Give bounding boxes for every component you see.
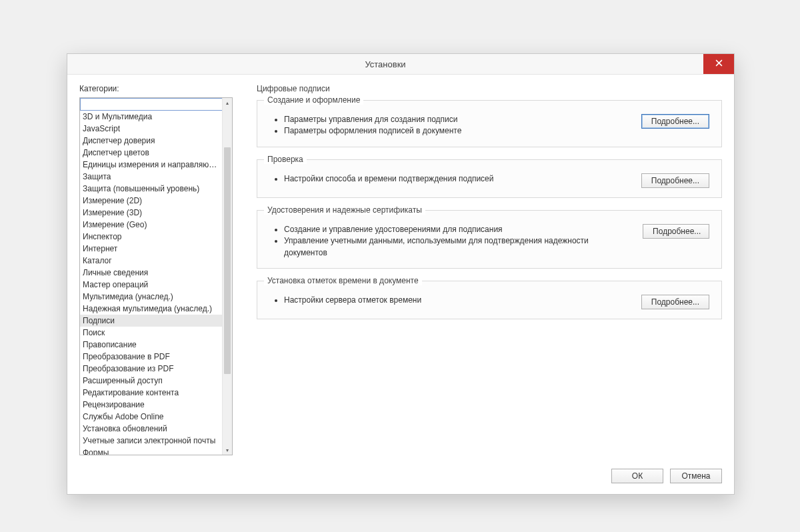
group-box: Установка отметок времени в документеНас… [257,281,722,319]
group-bullets: Настройки сервера отметок времени [269,295,421,306]
ok-button[interactable]: ОК [611,469,663,483]
category-item[interactable]: Надежная мультимедиа (унаслед.) [80,303,223,315]
categories-label: Категории: [79,84,233,93]
group-label: Создание и оформление [264,95,363,105]
group-bullet: Создание и управление удостоверениями дл… [284,224,623,235]
more-button[interactable]: Подробнее... [641,295,709,309]
dialog-title: Установки [67,59,703,69]
category-item[interactable]: Установка обновлений [80,423,223,435]
main-panel: Цифровые подписи Создание и оформлениеПа… [257,84,722,455]
group-bullets: Параметры управления для создания подпис… [269,114,461,137]
category-item[interactable]: Интернет [80,243,223,255]
category-item[interactable]: Инспектор [80,231,223,243]
categories-scrollbar[interactable]: ▴ ▾ [222,98,232,455]
group-box: Создание и оформлениеПараметры управлени… [257,100,722,147]
group-label: Проверка [264,155,307,164]
category-item[interactable]: Диспетчер цветов [80,147,223,159]
titlebar: Установки [67,54,734,75]
category-item[interactable]: Рецензирование [80,399,223,411]
more-button[interactable]: Подробнее... [643,224,709,239]
group-bullet: Управление учетными данными, используемы… [284,235,623,259]
category-item[interactable]: Каталог [80,255,223,267]
category-item[interactable]: Измерение (2D) [80,195,223,207]
category-item[interactable]: Мастер операций [80,279,223,291]
scroll-down-arrow-icon[interactable]: ▾ [223,445,232,455]
categories-scroll-area: 3D и МультимедиаJavaScriptДиспетчер дове… [80,98,223,455]
group-content: Параметры управления для создания подпис… [269,114,709,137]
category-item[interactable]: Защита (повышенный уровень) [80,183,223,195]
group-content: Настройки сервера отметок времениПодробн… [269,295,709,309]
group-bullets: Создание и управление удостоверениями дл… [269,224,623,259]
more-button[interactable]: Подробнее... [641,114,709,129]
categories-search-input[interactable] [80,98,223,111]
dialog-footer: ОК Отмена [67,462,734,494]
category-item[interactable]: Службы Adobe Online [80,411,223,423]
category-item[interactable]: Преобразование из PDF [80,363,223,375]
category-item[interactable]: Диспетчер доверия [80,135,223,147]
group-box: Удостоверения и надежные сертификатыСозд… [257,210,722,269]
close-button[interactable] [703,54,734,74]
group-bullet: Параметры оформления подписей в документ… [284,125,461,137]
more-button[interactable]: Подробнее... [641,173,709,188]
cancel-button[interactable]: Отмена [670,469,722,483]
group-content: Создание и управление удостоверениями дл… [269,224,709,259]
dialog-body: Категории: 3D и МультимедиаJavaScriptДис… [67,75,734,462]
sidebar: Категории: 3D и МультимедиаJavaScriptДис… [79,84,233,455]
category-item[interactable]: Защита [80,171,223,183]
group-label: Установка отметок времени в документе [264,276,422,285]
category-item[interactable]: Мультимедиа (унаслед.) [80,291,223,303]
group-bullets: Настройки способа и времени подтверждени… [269,173,493,185]
category-item[interactable]: Единицы измерения и направляющие [80,159,223,171]
category-item[interactable]: Формы [80,447,223,455]
group-bullet: Настройки сервера отметок времени [284,295,421,306]
categories-listbox: 3D и МультимедиаJavaScriptДиспетчер дове… [79,97,233,455]
category-item[interactable]: JavaScript [80,123,223,135]
panel-title: Цифровые подписи [257,84,722,93]
category-item[interactable]: Расширенный доступ [80,375,223,387]
scrollbar-thumb[interactable] [224,147,231,374]
category-item[interactable]: 3D и Мультимедиа [80,111,223,123]
category-item[interactable]: Измерение (Geo) [80,219,223,231]
scrollbar-track[interactable] [223,107,232,445]
group-label: Удостоверения и надежные сертификаты [264,205,425,215]
category-item[interactable]: Измерение (3D) [80,207,223,219]
group-bullet: Настройки способа и времени подтверждени… [284,173,493,185]
category-item[interactable]: Поиск [80,327,223,339]
category-item[interactable]: Правописание [80,339,223,351]
scroll-up-arrow-icon[interactable]: ▴ [223,98,232,107]
category-item[interactable]: Преобразование в PDF [80,351,223,363]
preferences-dialog: Установки Категории: 3D и МультимедиаJav… [67,53,735,495]
group-box: ПроверкаНастройки способа и времени подт… [257,159,722,198]
group-bullet: Параметры управления для создания подпис… [284,114,461,125]
category-item[interactable]: Подписи [80,315,223,327]
category-item[interactable]: Личные сведения [80,267,223,279]
group-content: Настройки способа и времени подтверждени… [269,173,709,188]
category-item[interactable]: Редактирование контента [80,387,223,399]
category-item[interactable]: Учетные записи электронной почты [80,435,223,447]
close-icon [715,59,723,69]
